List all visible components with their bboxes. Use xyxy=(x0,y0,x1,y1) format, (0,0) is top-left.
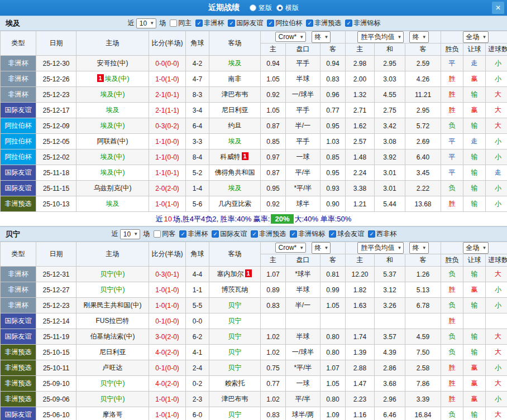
result-wdl: 胜 xyxy=(441,282,463,298)
match-score: 0-3(0-1) xyxy=(149,267,186,282)
team-name: 埃及 xyxy=(6,18,56,28)
period-select[interactable]: 全场▼ xyxy=(463,31,489,43)
match-score: 2-0(2-0) xyxy=(149,181,186,196)
home-team-name: 安哥拉(中) xyxy=(97,59,128,67)
euro-odds-draw: 3.08 xyxy=(375,134,405,149)
asian-odds-home: 1.02 xyxy=(261,329,286,345)
horizontal-layout-radio[interactable]: 横版 xyxy=(276,3,299,13)
match-count-value: 10 xyxy=(123,230,131,238)
home-team: 贝宁(中) xyxy=(76,267,149,282)
euro-odds-draw xyxy=(375,313,405,329)
result-header: 全场▼ xyxy=(441,242,507,254)
corner-count: 4-4 xyxy=(186,267,209,282)
competition-checkbox[interactable]: ✓ xyxy=(195,20,203,27)
asian-odds-home: 1.05 xyxy=(261,71,286,87)
match-date: 25-11-15 xyxy=(36,181,76,196)
competition-checkbox[interactable]: ✓ xyxy=(267,20,274,27)
match-date: 25-06-10 xyxy=(36,407,76,420)
away-team: 约旦 xyxy=(209,118,261,134)
euro-odds-away: 2.95 xyxy=(405,103,441,118)
home-team-name: 贝宁(中) xyxy=(101,286,125,293)
close-button[interactable]: ✕ xyxy=(492,2,504,14)
asian-odds-home: 1.02 xyxy=(261,392,286,407)
euro-odds-draw: 3.57 xyxy=(375,329,405,345)
same-venue-checkbox[interactable] xyxy=(154,230,161,238)
odds-time-select[interactable]: 终▼ xyxy=(312,31,331,43)
competition-checkbox[interactable]: ✓ xyxy=(329,230,336,238)
period-select[interactable]: 全场▼ xyxy=(463,242,489,254)
result-handicap: 输 xyxy=(463,345,486,360)
odds-time-select[interactable]: 终▼ xyxy=(312,242,331,254)
result-goals: 小 xyxy=(486,181,507,196)
result-goals: 小 xyxy=(486,196,507,212)
euro-time-select[interactable]: 终▼ xyxy=(409,31,429,43)
match-score: 1-1(0-1) xyxy=(149,165,186,181)
euro-odds-home: 1.47 xyxy=(346,376,375,392)
competition-label: 非洲锦标 xyxy=(298,229,325,239)
competition-checkbox[interactable]: ✓ xyxy=(290,230,297,238)
result-goals: 大 xyxy=(486,267,507,282)
away-team-name: 埃及 xyxy=(228,184,242,192)
asian-odds-home: 0.97 xyxy=(261,149,286,165)
away-team: 埃及 xyxy=(209,181,261,196)
result-wdl: 负 xyxy=(441,181,463,196)
match-score: 1-0(1-0) xyxy=(149,407,186,420)
euro-odds-home: 2.57 xyxy=(346,134,375,149)
result-wdl: 负 xyxy=(441,298,463,313)
home-team-name: 贝宁(中) xyxy=(101,379,125,387)
match-row: 非洲杯25-12-27贝宁(中)1-0(1-0)1-1博茨瓦纳0.89半球0.9… xyxy=(1,282,507,298)
asian-handicap: 半球 xyxy=(286,282,321,298)
match-count-select[interactable]: 10▼ xyxy=(136,18,156,28)
home-team: 尼日利亚 xyxy=(76,345,149,360)
summary-prefix: 近 xyxy=(156,214,163,224)
competition-type: 非洲杯 xyxy=(1,267,36,282)
result-wdl: 平 xyxy=(441,165,463,181)
competition-checkbox[interactable]: ✓ xyxy=(368,230,375,238)
asian-odds-away: 0.96 xyxy=(321,87,346,103)
col-away: 客场 xyxy=(209,242,261,267)
competition-checkbox[interactable]: ✓ xyxy=(251,230,258,238)
same-venue-label: 同客 xyxy=(162,229,175,239)
competition-checkbox[interactable]: ✓ xyxy=(228,20,235,27)
euro-odds-draw: 3.68 xyxy=(375,376,405,392)
result-header: 全场▼ xyxy=(441,31,507,44)
competition-checkbox[interactable]: ✓ xyxy=(306,20,313,27)
euro-time-select[interactable]: 终▼ xyxy=(409,242,429,254)
asian-handicap: 半/一 xyxy=(286,298,321,313)
away-team: 科威特1 xyxy=(209,149,261,165)
competition-type: 非洲预选 xyxy=(1,360,36,376)
competition-checkbox[interactable]: ✓ xyxy=(345,20,352,27)
competition-type: 非洲杯 xyxy=(1,87,36,103)
euro-odds-draw: 2.75 xyxy=(375,103,405,118)
result-goals: 小 xyxy=(486,282,507,298)
match-count-select[interactable]: 10▼ xyxy=(120,229,140,239)
competition-checkbox[interactable]: ✓ xyxy=(179,230,186,238)
result-handicap: 走 xyxy=(463,134,486,149)
euro-odds-away: 6.40 xyxy=(405,149,441,165)
euro-odds-select[interactable]: 胜平负均值▼ xyxy=(357,242,404,254)
euro-odds-select[interactable]: 胜平负均值▼ xyxy=(357,31,404,43)
result-wdl: 胜 xyxy=(441,360,463,376)
asian-odds-home: 0.92 xyxy=(261,196,286,212)
away-team-name: 南非 xyxy=(228,75,242,83)
competition-type: 阿拉伯杯 xyxy=(1,149,36,165)
odds-source-select[interactable]: Crow*▼ xyxy=(275,32,307,42)
competition-type: 国际友谊 xyxy=(1,103,36,118)
odds-source-select[interactable]: Crow*▼ xyxy=(275,243,307,253)
result-wdl: 胜 xyxy=(441,392,463,407)
match-score: 4-0(2-0) xyxy=(149,345,186,360)
same-venue-checkbox[interactable] xyxy=(170,20,177,27)
chevron-down-icon: ▼ xyxy=(299,35,304,40)
home-team: 埃及(中) xyxy=(76,118,149,134)
asian-handicap: *球半 xyxy=(286,267,321,282)
match-row: 非洲杯25-12-31贝宁(中)0-3(0-1)4-4塞内加尔11.07*球半0… xyxy=(1,267,507,282)
match-score: 0-1(0-0) xyxy=(149,313,186,329)
match-row: 非洲预选25-09-06贝宁(中)1-0(1-0)2-3津巴布韦1.02平/半0… xyxy=(1,392,507,407)
match-date: 25-12-26 xyxy=(36,71,76,87)
result-goals: 大 xyxy=(486,407,507,420)
vertical-layout-radio[interactable]: 竖版 xyxy=(250,3,272,13)
competition-type: 国际友谊 xyxy=(1,329,36,345)
competition-checkbox[interactable]: ✓ xyxy=(212,230,219,238)
result-wdl: 平 xyxy=(441,134,463,149)
euro-odds-home: 2.23 xyxy=(346,392,375,407)
